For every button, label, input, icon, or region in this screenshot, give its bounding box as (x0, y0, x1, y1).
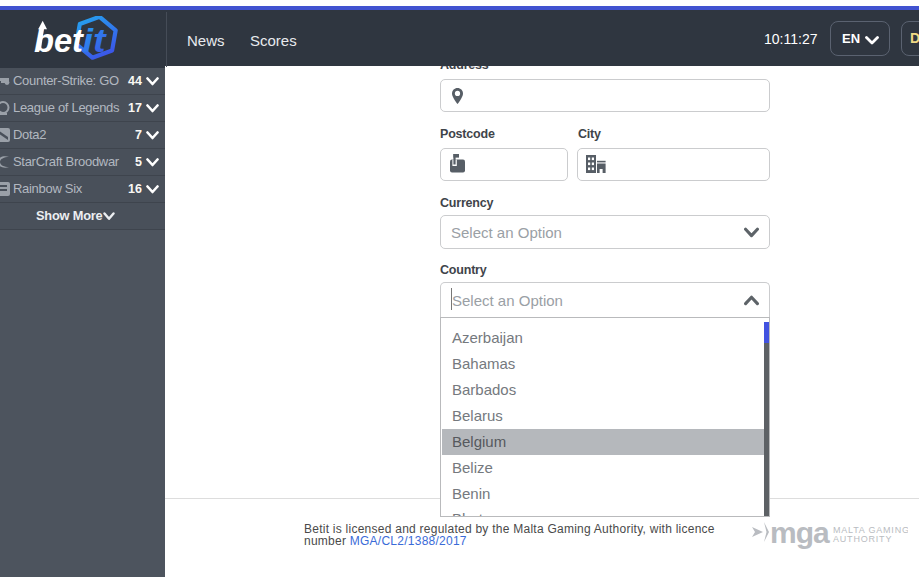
svg-text:mga: mga (770, 516, 830, 549)
svg-text:it: it (83, 21, 108, 59)
svg-text:AUTHORITY: AUTHORITY (833, 534, 892, 544)
